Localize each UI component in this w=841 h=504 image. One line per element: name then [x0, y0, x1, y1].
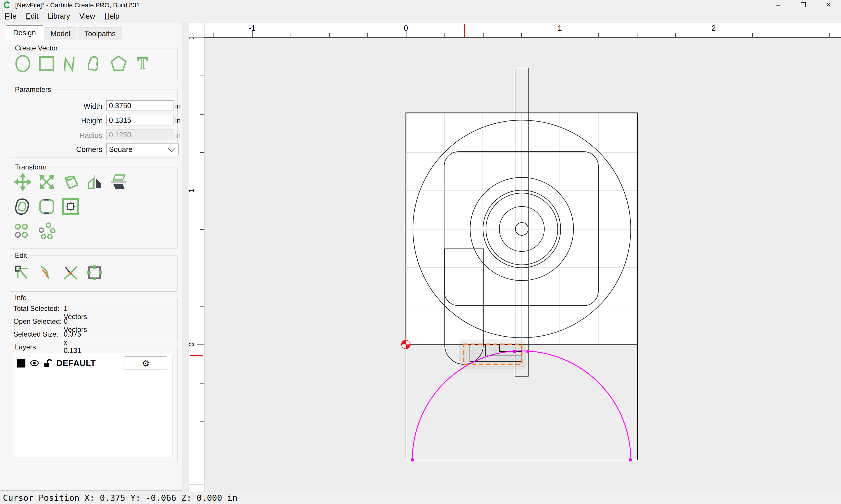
edit-title: Edit: [13, 251, 29, 259]
transform-title: Transform: [13, 163, 49, 171]
ruler-tick: [200, 421, 204, 422]
height-unit: in: [175, 117, 181, 125]
menu-bar: FileEditLibraryViewHelp: [0, 10, 841, 22]
rectangle-tool-button[interactable]: [37, 54, 57, 73]
node-edit-tool-button[interactable]: [13, 263, 33, 283]
ruler-tick: [200, 306, 204, 307]
edit-handles-icon: [86, 264, 104, 282]
break-apart-icon: [62, 264, 80, 282]
menu-help[interactable]: Help: [100, 10, 124, 22]
info-title: Info: [13, 294, 29, 302]
transform-tools-row3: [13, 221, 57, 241]
layer-name: DEFAULT: [56, 358, 96, 368]
ruler-tick: [213, 33, 214, 37]
layer-row[interactable]: DEFAULT ⚙: [17, 356, 170, 370]
linear-array-tool-button[interactable]: [13, 221, 33, 241]
flip-icon: [109, 173, 127, 191]
circle-tool-button[interactable]: [13, 54, 33, 73]
close-button[interactable]: ✕: [816, 0, 841, 10]
layer-settings-button[interactable]: ⚙: [124, 356, 167, 370]
circle-icon: [14, 55, 32, 73]
flip-tool-button[interactable]: [109, 172, 128, 192]
layers-list[interactable]: DEFAULT ⚙: [14, 354, 173, 457]
ruler-horizontal: -1012: [189, 23, 841, 38]
layer-unlocked-icon[interactable]: [44, 358, 52, 368]
width-field[interactable]: [106, 100, 173, 111]
cursor-position-readout: Cursor Position X: 0.375 Y: -0.066 Z: 0.…: [3, 493, 237, 503]
break-apart-tool-button[interactable]: [61, 263, 81, 283]
scale-to-fit-icon: [62, 197, 80, 216]
trim-icon: [38, 264, 56, 282]
create-vector-tools: T: [13, 54, 152, 73]
ruler-tick: [637, 33, 637, 37]
transform-tools-row1: [13, 172, 128, 192]
scale-tool-button[interactable]: [37, 172, 57, 192]
scale-to-fit-tool-button[interactable]: [61, 197, 81, 216]
height-field[interactable]: [106, 115, 173, 125]
design-canvas[interactable]: [182, 22, 841, 492]
chevron-down-icon: [168, 145, 175, 152]
ruler-tick: [198, 191, 204, 191]
ruler-label: 2: [711, 24, 716, 33]
parameters-title: Parameters: [13, 86, 53, 94]
title-bar: [NewFile]* - Carbide Create PRO, Build 8…: [0, 0, 841, 10]
circular-array-icon: [38, 222, 56, 240]
mirror-icon: [86, 173, 104, 191]
window-controls: –❐✕: [766, 0, 841, 10]
rotate-tool-button[interactable]: [61, 172, 81, 192]
tab-design[interactable]: Design: [6, 25, 43, 40]
tab-model[interactable]: Model: [44, 27, 77, 40]
ruler-tick: [791, 33, 791, 37]
ruler-tick: [200, 152, 204, 153]
polygon-icon: [109, 55, 127, 73]
ruler-label: 1: [187, 189, 196, 193]
polygon-tool-button[interactable]: [109, 54, 128, 73]
ruler-tick: [200, 75, 204, 76]
radius-label: Radius: [20, 131, 102, 140]
radius-unit: in: [175, 131, 181, 140]
edit-group: Edit: [10, 255, 177, 292]
scale-icon: [38, 173, 56, 191]
layer-color-swatch[interactable]: [17, 359, 25, 367]
ruler-tick: [200, 114, 204, 115]
ruler-label: -1: [248, 24, 255, 33]
offset-path-tool-button[interactable]: [13, 197, 33, 216]
menu-edit[interactable]: Edit: [21, 10, 43, 22]
ruler-tick: [752, 33, 753, 37]
ruler-corner: [189, 23, 204, 38]
width-unit: in: [175, 102, 181, 110]
circular-array-tool-button[interactable]: [37, 221, 57, 241]
menu-library[interactable]: Library: [43, 10, 74, 22]
design-sidebar: DesignModelToolpaths Create Vector T Par…: [0, 22, 182, 490]
text-icon: T: [134, 55, 152, 73]
svg-text:T: T: [137, 55, 148, 73]
trim-tool-button[interactable]: [37, 263, 57, 283]
rectangle-icon: [38, 55, 56, 73]
move-tool-button[interactable]: [13, 172, 33, 192]
ruler-label: 1: [558, 24, 562, 33]
ruler-tick: [367, 33, 368, 37]
polyline-tool-button[interactable]: [61, 54, 81, 73]
mirror-tool-button[interactable]: [85, 172, 105, 192]
maximize-button[interactable]: ❐: [791, 0, 816, 10]
tab-pane-border: [0, 40, 182, 40]
node-edit-icon: [14, 264, 32, 282]
minimize-button[interactable]: –: [766, 0, 791, 10]
corners-select[interactable]: Square: [106, 144, 179, 155]
ruler-tick: [291, 33, 291, 37]
layer-visible-eye-icon[interactable]: [30, 358, 39, 368]
menu-file[interactable]: File: [0, 10, 21, 22]
create-vector-group: Create Vector T: [10, 48, 177, 82]
ruler-tick: [483, 33, 484, 37]
ruler-tick: [200, 268, 204, 268]
fillet-corners-tool-button[interactable]: [37, 197, 57, 216]
info-group: Info Total Selected: 1 Vectors Open Sele…: [10, 298, 177, 341]
curve-tool-button[interactable]: [85, 54, 105, 73]
menu-view[interactable]: View: [75, 10, 100, 22]
text-tool-button[interactable]: T: [133, 54, 152, 73]
total-selected-row: Total Selected: 1 Vectors: [14, 305, 59, 313]
tab-toolpaths[interactable]: Toolpaths: [78, 27, 122, 40]
height-label: Height: [20, 117, 102, 125]
open-selected-row: Open Selected: 0 Vectors: [14, 317, 62, 325]
edit-handles-tool-button[interactable]: [85, 263, 105, 283]
